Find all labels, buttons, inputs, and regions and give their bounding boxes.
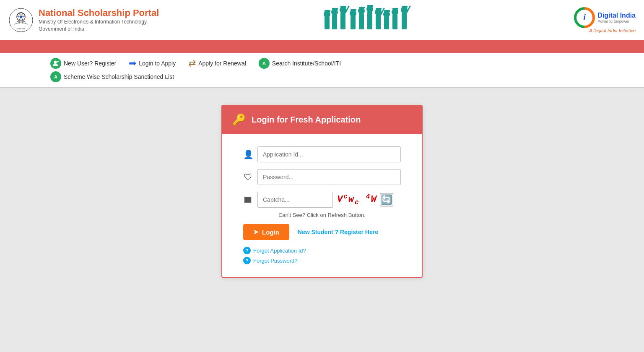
forgot-application-id-link[interactable]: ? Forgot Application Id? <box>243 247 401 254</box>
svg-rect-44 <box>402 13 407 29</box>
forgot-password-link[interactable]: ? Forgot Password? <box>243 257 401 264</box>
svg-rect-33 <box>376 15 381 29</box>
svg-rect-25 <box>359 13 364 29</box>
svg-point-30 <box>366 6 373 13</box>
forgot-links-section: ? Forgot Application Id? ? Forgot Passwo… <box>243 247 401 264</box>
captcha-qr-icon: ⯀ <box>243 195 253 205</box>
digital-india-text: Digital India Power to Empower <box>597 12 636 23</box>
captcha-image: Vcwc 4W 🔄 <box>337 193 393 206</box>
new-user-icon <box>50 58 61 69</box>
login-card-title: Login for Fresh Application <box>252 115 361 125</box>
password-input[interactable] <box>257 169 401 185</box>
svg-point-26 <box>358 8 365 14</box>
apply-for-renewal-label: Apply for Renewal <box>198 60 246 67</box>
login-card-body: 👤 🛡 ⯀ Vcwc 4W 🔄 Can't See? <box>222 134 422 277</box>
key-icon: 🔑 <box>232 113 246 126</box>
forgot-app-id-icon: ? <box>243 247 251 254</box>
user-icon: 👤 <box>243 149 253 159</box>
login-button[interactable]: ➤ Login <box>243 224 289 240</box>
sanctioned-list-icon: A <box>50 71 61 82</box>
india-emblem-icon: सत्यमेव जयते <box>8 8 34 33</box>
action-row: ➤ Login New Student ? Register Here <box>243 224 401 240</box>
red-accent-banner <box>0 40 644 53</box>
svg-point-51 <box>54 61 57 64</box>
svg-point-10 <box>324 11 330 18</box>
digital-india-badge: i Digital India Power to Empower A Digit… <box>574 7 636 33</box>
login-button-label: Login <box>262 229 279 236</box>
nav-item-new-user-register[interactable]: New User? Register <box>50 58 116 69</box>
portal-title: National Scholarship Portal <box>39 8 159 18</box>
svg-point-41 <box>392 9 398 16</box>
cant-see-text: Can't See? Click on Refresh Button. <box>243 212 401 218</box>
application-id-group: 👤 <box>243 146 401 162</box>
svg-point-7 <box>20 16 22 18</box>
search-institute-icon: A <box>259 58 270 69</box>
nav-row-2: A Scheme Wise Scholarship Sanctioned Lis… <box>50 71 631 82</box>
new-user-register-label: New User? Register <box>64 60 116 67</box>
forgot-password-label: Forgot Password? <box>253 258 298 264</box>
svg-rect-17 <box>340 13 345 29</box>
search-institute-label: Search Institute/School/ITI <box>272 60 341 67</box>
svg-text:i: i <box>584 13 586 22</box>
captcha-input[interactable] <box>257 192 333 208</box>
svg-rect-13 <box>332 15 337 29</box>
svg-rect-24 <box>351 9 356 11</box>
nav-row-1: New User? Register ➡ Login to Apply ⇄ Ap… <box>50 58 631 69</box>
sanctioned-list-label: Scheme Wise Scholarship Sanctioned List <box>64 73 174 80</box>
login-card-header: 🔑 Login for Fresh Application <box>222 106 422 134</box>
password-group: 🛡 <box>243 169 401 185</box>
svg-point-14 <box>331 9 338 16</box>
svg-rect-22 <box>351 16 356 29</box>
login-to-apply-label: Login to Apply <box>139 60 176 67</box>
send-icon: ➤ <box>253 228 259 236</box>
captcha-display-text: Vcwc 4W <box>337 193 377 206</box>
svg-rect-29 <box>367 12 372 29</box>
nav-item-apply-for-renewal[interactable]: ⇄ Apply for Renewal <box>188 58 246 69</box>
portal-title-block: National Scholarship Portal Ministry Of … <box>39 8 159 33</box>
svg-point-38 <box>383 11 390 18</box>
login-icon: ➡ <box>129 58 136 69</box>
refresh-captcha-button[interactable]: 🔄 <box>380 193 393 206</box>
svg-rect-6 <box>22 21 23 23</box>
renewal-icon: ⇄ <box>188 58 196 69</box>
site-header: सत्यमेव जयते National Scholarship Portal… <box>0 0 644 40</box>
navigation-bar: New User? Register ➡ Login to Apply ⇄ Ap… <box>0 53 644 88</box>
svg-rect-5 <box>18 21 20 23</box>
header-branding: सत्यमेव जयते National Scholarship Portal… <box>8 8 159 33</box>
shield-icon: 🛡 <box>243 172 253 182</box>
login-card: 🔑 Login for Fresh Application 👤 🛡 ⯀ Vcwc… <box>221 105 423 278</box>
header-banner-image <box>159 4 574 36</box>
application-id-input[interactable] <box>257 146 401 162</box>
forgot-app-id-label: Forgot Application Id? <box>253 248 306 254</box>
svg-text:सत्यमेव जयते: सत्यमेव जयते <box>17 28 25 30</box>
portal-subtitle: Ministry Of Electronics & Information Te… <box>39 18 159 33</box>
captcha-row: ⯀ Vcwc 4W 🔄 <box>243 192 401 208</box>
nav-item-login-to-apply[interactable]: ➡ Login to Apply <box>129 58 176 69</box>
svg-rect-39 <box>384 10 390 12</box>
svg-point-23 <box>350 10 356 17</box>
forgot-password-icon: ? <box>243 257 251 264</box>
svg-rect-35 <box>376 8 382 10</box>
svg-rect-37 <box>384 17 389 29</box>
svg-rect-9 <box>325 17 330 29</box>
digital-india-logo-icon: i <box>574 7 595 28</box>
register-here-link[interactable]: New Student ? Register Here <box>298 229 378 235</box>
nav-item-sanctioned-list[interactable]: A Scheme Wise Scholarship Sanctioned Lis… <box>50 71 174 82</box>
main-content-area: 🔑 Login for Fresh Application 👤 🛡 ⯀ Vcwc… <box>0 88 644 319</box>
svg-rect-40 <box>392 15 397 29</box>
nav-item-search-institute[interactable]: A Search Institute/School/ITI <box>259 58 341 69</box>
students-silhouette-icon <box>320 4 413 36</box>
